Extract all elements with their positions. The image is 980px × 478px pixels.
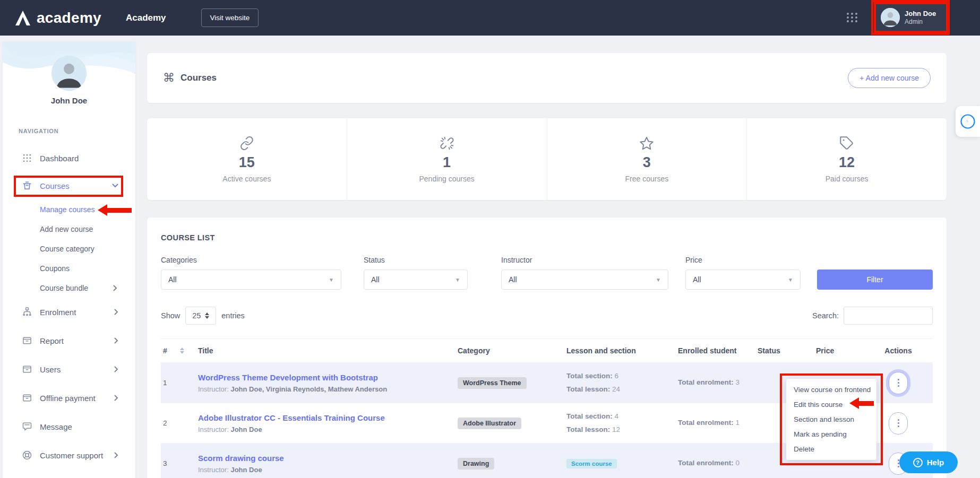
sidebar-item-label: Dashboard bbox=[40, 154, 79, 163]
category-badge: Drawing bbox=[458, 458, 494, 470]
dashboard-icon bbox=[22, 153, 32, 163]
row-number: 2 bbox=[161, 419, 180, 427]
row-number: 3 bbox=[161, 459, 180, 467]
help-button[interactable]: ? Help bbox=[899, 451, 958, 473]
chevron-right-icon bbox=[114, 452, 118, 458]
sidebar-item-offline-payment[interactable]: Offline payment bbox=[3, 384, 135, 412]
link-icon bbox=[239, 135, 254, 151]
menu-item-view-course[interactable]: View course on frontend bbox=[786, 386, 876, 394]
chevron-right-icon bbox=[114, 309, 118, 315]
caret-down-icon: ▼ bbox=[455, 277, 460, 283]
sidebar-item-course-category[interactable]: Course category bbox=[3, 239, 135, 258]
instructor-select[interactable]: All ▼ bbox=[501, 270, 668, 290]
enrolled-cell: Total enrolment: 0 bbox=[678, 457, 758, 470]
menu-item-mark-pending[interactable]: Mark as pending bbox=[786, 430, 876, 438]
filter-label: Price bbox=[685, 256, 801, 264]
sidebar-item-customer-support[interactable]: Customer support bbox=[3, 441, 135, 470]
total-enrolment-value: 3 bbox=[736, 378, 740, 386]
row-actions-button[interactable] bbox=[889, 372, 908, 394]
sidebar-item-course-bundle[interactable]: Course bundle bbox=[3, 278, 135, 298]
categories-select[interactable]: All ▼ bbox=[161, 270, 341, 290]
menu-item-edit-course[interactable]: Edit this course bbox=[786, 401, 876, 409]
sidebar-item-coupons[interactable]: Coupons bbox=[3, 258, 135, 278]
stat-paid-courses: 12 Paid courses bbox=[747, 118, 947, 200]
user-avatar bbox=[881, 8, 900, 27]
command-icon: ⌘ bbox=[163, 71, 175, 85]
lesson-section-cell: Total section: 6 Total lesson: 24 bbox=[566, 370, 678, 396]
selected-value: All bbox=[509, 275, 517, 284]
status-select[interactable]: All ▼ bbox=[364, 270, 468, 290]
sidebar-item-users[interactable]: Users bbox=[3, 355, 135, 384]
visit-website-button[interactable]: Visit website bbox=[201, 8, 259, 27]
course-list-title: COURSE LIST bbox=[161, 233, 933, 242]
page-size-select[interactable]: 25 bbox=[185, 307, 216, 325]
stat-free-courses: 3 Free courses bbox=[547, 118, 747, 200]
total-lesson-label: Total lesson: bbox=[566, 385, 610, 393]
column-header-lesson-section: Lesson and section bbox=[566, 346, 678, 355]
total-enrolment-value: 0 bbox=[736, 459, 740, 467]
enrolled-cell: Total enrolment: 1 bbox=[678, 416, 758, 430]
sidebar-item-message[interactable]: Message bbox=[3, 412, 135, 441]
sidebar-item-manage-courses[interactable]: Manage courses bbox=[3, 199, 135, 219]
user-menu[interactable]: John Doe Admin bbox=[874, 2, 948, 33]
caret-down-icon: ▼ bbox=[788, 277, 793, 283]
sidebar-item-add-new-course[interactable]: Add new course bbox=[3, 219, 135, 239]
sidebar-item-label: Coupons bbox=[40, 264, 70, 273]
sidebar: John Doe NAVIGATION Dashboard Courses bbox=[3, 42, 135, 478]
total-lesson-value: 24 bbox=[612, 385, 620, 393]
filter-price: Price All ▼ bbox=[685, 256, 801, 290]
top-navbar: academy Academy Visit website John Doe A… bbox=[0, 0, 980, 36]
course-instructors: Instructor: John Doe, Virginia Reynolds,… bbox=[198, 385, 447, 393]
course-title-link[interactable]: WordPress Theme Development with Bootstr… bbox=[198, 373, 447, 382]
total-lesson-label: Total lesson: bbox=[566, 425, 610, 433]
enrolment-sitemap-icon bbox=[22, 307, 32, 317]
apps-grid-icon[interactable] bbox=[847, 13, 858, 22]
academy-logo-icon bbox=[14, 10, 32, 26]
sidebar-item-dashboard[interactable]: Dashboard bbox=[3, 144, 135, 172]
message-chat-icon bbox=[22, 421, 32, 432]
total-section-value: 4 bbox=[615, 412, 619, 420]
sidebar-menu: Dashboard Courses Manage courses Add new… bbox=[3, 144, 135, 470]
stat-label: Pending courses bbox=[419, 175, 474, 183]
filter-label: Instructor bbox=[501, 256, 668, 264]
total-enrolment-label: Total enrolment: bbox=[678, 419, 734, 427]
page-title-text: Courses bbox=[180, 73, 217, 83]
page-title: ⌘ Courses bbox=[163, 71, 217, 85]
sidebar-item-label: Customer support bbox=[40, 451, 103, 460]
column-header-price: Price bbox=[816, 346, 864, 355]
course-instructors: Instructor: John Doe bbox=[198, 425, 447, 433]
menu-item-delete[interactable]: Delete bbox=[786, 445, 876, 453]
sort-icon[interactable] bbox=[180, 345, 185, 356]
sidebar-item-enrolment[interactable]: Enrolment bbox=[3, 298, 135, 326]
broken-link-icon bbox=[440, 135, 454, 151]
sidebar-item-label: Manage courses bbox=[40, 205, 95, 214]
selected-value: All bbox=[168, 275, 177, 284]
sidebar-item-report[interactable]: Report bbox=[3, 326, 135, 355]
person-icon bbox=[51, 56, 87, 91]
stat-value: 3 bbox=[643, 154, 651, 171]
sidebar-item-label: Users bbox=[40, 365, 61, 374]
course-title-link[interactable]: Scorm drawing course bbox=[198, 454, 447, 463]
page-size-value: 25 bbox=[192, 311, 201, 320]
sidebar-item-label: Course bundle bbox=[40, 284, 88, 292]
sidebar-item-label: Report bbox=[40, 336, 64, 345]
user-role: Admin bbox=[905, 18, 936, 25]
category-badge: WordPress Theme bbox=[458, 377, 527, 389]
column-header-enrolled: Enrolled student bbox=[678, 346, 758, 355]
scorm-course-badge: Scorm course bbox=[566, 459, 617, 468]
filter-button[interactable]: Filter bbox=[817, 270, 933, 290]
course-title-link[interactable]: Adobe Illustrator CC - Essentials Traini… bbox=[198, 413, 447, 422]
price-select[interactable]: All ▼ bbox=[685, 270, 801, 290]
tag-icon bbox=[839, 135, 854, 151]
total-enrolment-label: Total enrolment: bbox=[678, 378, 734, 386]
sidebar-item-courses[interactable]: Courses bbox=[3, 172, 135, 199]
menu-item-section-lesson[interactable]: Section and lesson bbox=[786, 415, 876, 423]
archive-box-icon bbox=[22, 364, 32, 375]
star-icon bbox=[639, 135, 654, 151]
messenger-icon bbox=[960, 114, 976, 129]
academy-logo[interactable]: academy bbox=[14, 10, 101, 27]
row-actions-button[interactable] bbox=[889, 412, 908, 434]
search-input[interactable] bbox=[844, 307, 933, 325]
add-new-course-button[interactable]: + Add new course bbox=[848, 68, 931, 88]
messenger-chat-tab[interactable] bbox=[956, 106, 980, 137]
